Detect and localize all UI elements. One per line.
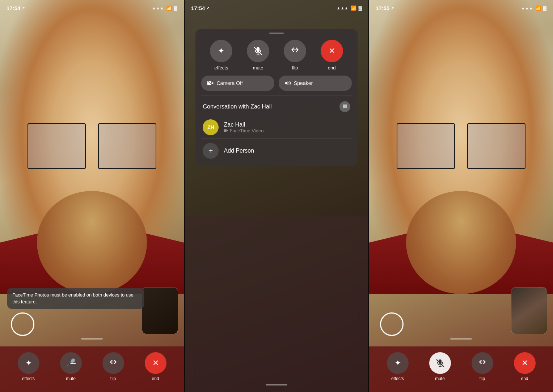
mute-label-3: mute <box>435 376 445 381</box>
mute-button-3[interactable]: mute <box>429 352 451 381</box>
end-label-3: end <box>521 376 528 381</box>
end-icon-1: ✕ <box>152 358 159 368</box>
modal-effects-button[interactable]: ✦ effects <box>210 40 232 71</box>
end-label-1: end <box>152 376 159 381</box>
shutter-button[interactable] <box>11 312 34 336</box>
modal-mute-button[interactable]: mute <box>247 40 269 71</box>
modal-end-label: end <box>328 65 336 71</box>
end-circle-1: ✕ <box>145 352 166 374</box>
modal-effects-icon: ✦ <box>218 46 224 56</box>
control-buttons-3: ✦ effects mute <box>369 352 553 381</box>
modal-end-button[interactable]: ✕ end <box>321 40 343 71</box>
effects-label-1: effects <box>22 376 35 381</box>
person-avatar: ZH <box>203 119 219 135</box>
modal-mute-icon <box>253 46 263 56</box>
modal-row-buttons: Camera Off Speaker <box>195 73 357 95</box>
message-bubble-icon <box>342 104 348 110</box>
battery-icon-2: ▓ <box>359 5 362 11</box>
modal-effects-label: effects <box>214 65 228 71</box>
flip-button-3[interactable]: flip <box>472 352 493 381</box>
modal-end-icon: ✕ <box>329 46 335 56</box>
end-button-3[interactable]: ✕ end <box>514 352 536 381</box>
modal-flip-label: flip <box>292 65 298 71</box>
mute-label-1: mute <box>66 376 76 381</box>
phone-panel-2: 17:54 ↗ ▲▲▲ 📶 ▓ ✦ effects <box>185 0 368 392</box>
add-person-label: Add Person <box>224 148 254 154</box>
modal-mute-circle <box>247 40 269 62</box>
pip-self-view-1[interactable] <box>142 287 178 334</box>
speaker-label: Speaker <box>294 80 313 86</box>
location-arrow-icon: ↗ <box>22 6 25 10</box>
end-circle-3: ✕ <box>514 352 536 374</box>
end-button-1[interactable]: ✕ end <box>145 352 166 381</box>
status-bar-2: 17:54 ↗ ▲▲▲ 📶 ▓ <box>185 0 368 16</box>
person-name: Zac Hall <box>224 122 350 128</box>
status-right-3: ▲▲▲ 📶 ▓ <box>521 5 546 11</box>
modal-add-person-row[interactable]: + Add Person <box>195 139 357 163</box>
pip-bg-3 <box>511 287 547 334</box>
status-bar-1: 17:54 ↗ ▲▲▲ 📶 ▓ <box>0 0 184 16</box>
modal-overlay: ✦ effects mute <box>185 0 368 392</box>
flip-icon-3 <box>478 359 487 367</box>
modal-message-icon[interactable] <box>339 101 350 112</box>
effects-button-3[interactable]: ✦ effects <box>387 352 409 381</box>
modal-card: ✦ effects mute <box>195 29 357 166</box>
status-time-1: 17:54 ↗ <box>7 5 25 11</box>
face-main-3 <box>369 0 553 294</box>
location-arrow-icon-3: ↗ <box>391 6 394 10</box>
camera-off-button[interactable]: Camera Off <box>201 76 274 91</box>
effects-circle-1: ✦ <box>18 352 39 374</box>
person-info: Zac Hall FaceTime Video <box>224 122 350 133</box>
controls-area-1: ✦ effects 🎤̶ mute flip ✕ <box>0 346 184 392</box>
modal-flip-button[interactable]: flip <box>284 40 306 71</box>
flip-button-1[interactable]: flip <box>102 352 124 381</box>
face-main-1 <box>0 0 184 294</box>
flip-icon-1 <box>109 359 118 367</box>
signal-icon-3: ▲▲▲ <box>521 6 533 10</box>
signal-icon-2: ▲▲▲ <box>337 6 349 10</box>
status-right-2: ▲▲▲ 📶 ▓ <box>337 5 362 11</box>
battery-icon: ▓ <box>174 5 177 11</box>
status-time-3: 17:55 ↗ <box>376 5 394 11</box>
effects-button-1[interactable]: ✦ effects <box>18 352 39 381</box>
effects-circle-3: ✦ <box>387 352 409 374</box>
modal-handle <box>195 29 357 36</box>
location-arrow-icon-2: ↗ <box>206 6 209 10</box>
shutter-button-3[interactable] <box>380 312 404 336</box>
effects-label-3: effects <box>391 376 404 381</box>
flip-circle-1 <box>102 352 124 374</box>
pip-self-view-3[interactable] <box>511 287 547 334</box>
speaker-button[interactable]: Speaker <box>279 76 352 91</box>
phone-panel-1: 17:54 ↗ ▲▲▲ 📶 ▓ FaceTime Photos must be … <box>0 0 184 392</box>
mute-active-icon-3 <box>436 359 444 367</box>
pip-bg-1 <box>142 287 178 334</box>
signal-icon: ▲▲▲ <box>152 6 164 10</box>
end-icon-3: ✕ <box>522 358 528 368</box>
flip-circle-3 <box>472 352 493 374</box>
speaker-icon <box>284 80 291 86</box>
status-right-1: ▲▲▲ 📶 ▓ <box>152 5 177 11</box>
svg-rect-5 <box>224 129 227 132</box>
modal-conv-title: Conversation with Zac Hall <box>203 103 271 110</box>
svg-marker-4 <box>227 130 228 132</box>
tooltip-box: FaceTime Photos must be enabled on both … <box>7 288 144 309</box>
status-bar-3: 17:55 ↗ ▲▲▲ 📶 ▓ <box>369 0 553 16</box>
add-person-circle: + <box>203 143 219 159</box>
glasses-3 <box>397 123 525 167</box>
modal-end-circle: ✕ <box>321 40 343 62</box>
modal-effects-circle: ✦ <box>210 40 232 62</box>
battery-icon-3: ▓ <box>543 5 546 11</box>
control-buttons-1: ✦ effects 🎤̶ mute flip ✕ <box>0 352 184 381</box>
modal-handle-bar <box>269 33 284 34</box>
modal-top-controls: ✦ effects mute <box>195 36 357 73</box>
effects-icon-1: ✦ <box>25 358 32 368</box>
phone-panel-3: 17:55 ↗ ▲▲▲ 📶 ▓ ✦ effects <box>369 0 553 392</box>
beard-3 <box>406 191 516 294</box>
mute-button-1[interactable]: 🎤̶ mute <box>60 352 82 381</box>
wifi-icon: 📶 <box>166 5 172 11</box>
effects-icon-3: ✦ <box>394 358 401 368</box>
mute-circle-3 <box>429 352 451 374</box>
home-indicator-2 <box>266 384 287 385</box>
camera-off-icon <box>207 80 214 86</box>
mute-icon-1: 🎤̶ <box>66 358 76 368</box>
